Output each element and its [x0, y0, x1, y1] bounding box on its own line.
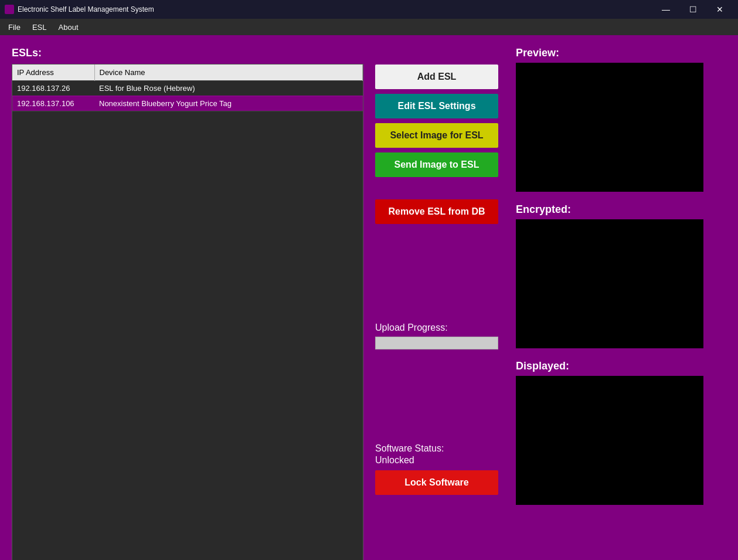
left-panel: ESLs: IP Address Device Name 192.168.137…: [12, 47, 363, 560]
title-bar-left: Electronic Shelf Label Management System: [5, 5, 154, 14]
preview-section: Preview:: [516, 47, 726, 192]
col-device-header: Device Name: [94, 65, 363, 81]
esl-table: IP Address Device Name 192.168.137.26 ES…: [12, 65, 363, 126]
preview-box: [516, 63, 703, 192]
upload-progress-label: Upload Progress:: [375, 323, 504, 333]
right-panel: Preview: Encrypted: Displayed:: [516, 47, 726, 560]
table-header-row: IP Address Device Name: [12, 65, 363, 81]
remove-section: Remove ESL from DB: [375, 199, 504, 229]
menu-bar: File ESL About: [0, 19, 738, 35]
displayed-box: [516, 376, 703, 505]
displayed-section: Displayed:: [516, 360, 726, 505]
encrypted-label: Encrypted:: [516, 203, 726, 216]
menu-about[interactable]: About: [53, 21, 84, 34]
progress-bar-container: [375, 337, 498, 349]
upload-section: Upload Progress:: [375, 323, 504, 349]
displayed-label: Displayed:: [516, 360, 726, 372]
table-row[interactable]: 192.168.137.106 Nonexistent Blueberry Yo…: [12, 96, 363, 111]
minimize-button[interactable]: —: [652, 0, 679, 19]
preview-label: Preview:: [516, 47, 726, 59]
send-image-button[interactable]: Send Image to ESL: [375, 152, 498, 177]
menu-file[interactable]: File: [2, 21, 26, 34]
col-ip-header: IP Address: [12, 65, 94, 81]
app-title: Electronic Shelf Label Management System: [18, 5, 154, 13]
row-device-2: Nonexistent Blueberry Yogurt Price Tag: [94, 96, 363, 111]
row-device-1: ESL for Blue Rose (Hebrew): [94, 81, 363, 96]
select-image-button[interactable]: Select Image for ESL: [375, 123, 498, 148]
maximize-button[interactable]: ☐: [679, 0, 706, 19]
encrypted-section: Encrypted:: [516, 203, 726, 348]
add-esl-button[interactable]: Add ESL: [375, 65, 498, 89]
close-button[interactable]: ✕: [706, 0, 733, 19]
table-row-empty: [12, 111, 363, 127]
software-status-label: Software Status:: [375, 443, 504, 454]
table-empty-space: [12, 126, 363, 560]
app-icon: [5, 5, 14, 14]
encrypted-box: [516, 219, 703, 348]
remove-esl-button[interactable]: Remove ESL from DB: [375, 199, 498, 224]
title-bar: Electronic Shelf Label Management System…: [0, 0, 738, 19]
row-ip-2: 192.168.137.106: [12, 96, 94, 111]
esl-section-label: ESLs:: [12, 47, 363, 59]
middle-panel: Add ESL Edit ESL Settings Select Image f…: [375, 47, 504, 560]
software-status-value: Unlocked: [375, 455, 504, 466]
table-row[interactable]: 192.168.137.26 ESL for Blue Rose (Hebrew…: [12, 81, 363, 96]
lock-software-button[interactable]: Lock Software: [375, 470, 498, 495]
title-bar-controls: — ☐ ✕: [652, 0, 733, 19]
status-section: Software Status: Unlocked Lock Software: [375, 443, 504, 500]
main-content: ESLs: IP Address Device Name 192.168.137…: [0, 35, 738, 560]
row-ip-1: 192.168.137.26: [12, 81, 94, 96]
menu-esl[interactable]: ESL: [26, 21, 53, 34]
edit-esl-settings-button[interactable]: Edit ESL Settings: [375, 94, 498, 118]
esl-table-container: IP Address Device Name 192.168.137.26 ES…: [12, 64, 363, 560]
